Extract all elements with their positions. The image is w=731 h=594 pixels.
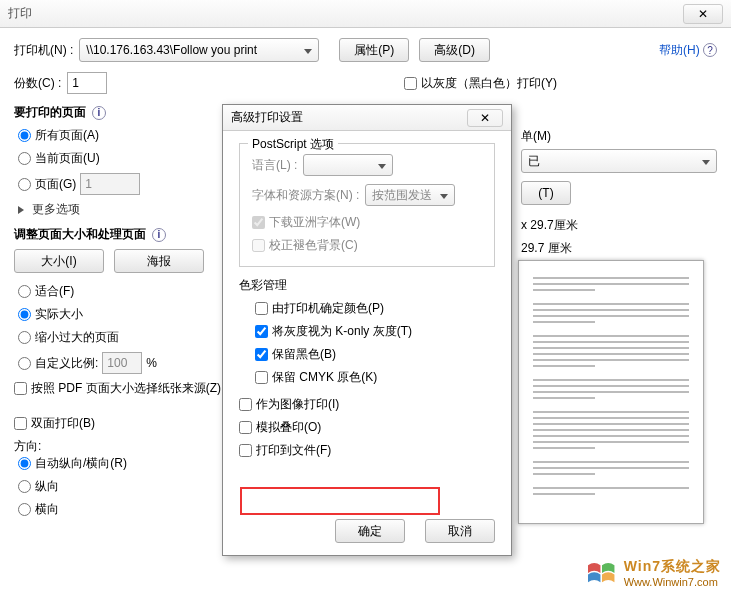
watermark-en: Www.Winwin7.com bbox=[624, 576, 721, 588]
language-combo bbox=[303, 154, 393, 176]
keep-black-checkbox[interactable]: 保留黑色(B) bbox=[255, 346, 495, 363]
shrink-oversize-radio[interactable] bbox=[18, 331, 31, 344]
help-link[interactable]: 帮助(H) ? bbox=[659, 42, 717, 59]
windows-logo-icon bbox=[586, 559, 618, 587]
grayscale-checkbox-input[interactable] bbox=[404, 77, 417, 90]
page-range-input bbox=[80, 173, 140, 195]
all-pages-radio[interactable] bbox=[18, 129, 31, 142]
font-scheme-combo: 按范围发送 bbox=[365, 184, 455, 206]
close-icon: ✕ bbox=[480, 111, 490, 125]
copies-label: 份数(C) : bbox=[14, 75, 61, 92]
portrait-radio[interactable] bbox=[18, 480, 31, 493]
info-icon[interactable]: i bbox=[152, 228, 166, 242]
by-printer-checkbox[interactable]: 由打印机确定颜色(P) bbox=[255, 300, 495, 317]
size-button[interactable]: 大小(I) bbox=[14, 249, 104, 273]
download-asian-checkbox: 下载亚洲字体(W) bbox=[252, 214, 482, 231]
grayscale-checkbox[interactable]: 以灰度（黑白色）打印(Y) bbox=[404, 75, 557, 92]
printer-combo[interactable]: \\10.176.163.43\Follow you print bbox=[79, 38, 319, 62]
close-icon: ✕ bbox=[698, 7, 708, 21]
reset-button[interactable]: (T) bbox=[521, 181, 571, 205]
paper-size-1: x 29.7厘米 bbox=[521, 217, 721, 234]
sheet-combo[interactable]: 已 bbox=[521, 149, 717, 173]
help-icon: ? bbox=[703, 43, 717, 57]
window-title-bar: 打印 ✕ bbox=[0, 0, 731, 28]
postscript-fieldset: PostScript 选项 语言(L) : 字体和资源方案(N) : 按范围发送… bbox=[239, 143, 495, 267]
sub-dialog-close-button[interactable]: ✕ bbox=[467, 109, 503, 127]
actual-size-radio[interactable] bbox=[18, 308, 31, 321]
poster-button[interactable]: 海报 bbox=[114, 249, 204, 273]
printer-value: \\10.176.163.43\Follow you print bbox=[86, 43, 257, 57]
cancel-button[interactable]: 取消 bbox=[425, 519, 495, 543]
right-fragment: 单(M) 已 (T) x 29.7厘米 29.7 厘米 bbox=[521, 128, 721, 257]
print-to-file-checkbox[interactable]: 打印到文件(F) bbox=[239, 442, 495, 459]
landscape-radio[interactable] bbox=[18, 503, 31, 516]
triangle-right-icon bbox=[18, 206, 24, 214]
paper-size-2: 29.7 厘米 bbox=[521, 240, 721, 257]
sub-dialog-title: 高级打印设置 bbox=[231, 109, 303, 126]
info-icon[interactable]: i bbox=[92, 106, 106, 120]
window-title: 打印 bbox=[8, 5, 32, 22]
chevron-down-icon bbox=[304, 43, 312, 57]
color-management-header: 色彩管理 bbox=[239, 277, 495, 294]
printer-label: 打印机(N) : bbox=[14, 42, 73, 59]
keep-cmyk-checkbox[interactable]: 保留 CMYK 原色(K) bbox=[255, 369, 495, 386]
chevron-down-icon bbox=[702, 154, 710, 168]
page-range-radio[interactable] bbox=[18, 178, 31, 191]
advanced-button[interactable]: 高级(D) bbox=[419, 38, 490, 62]
copies-input[interactable] bbox=[67, 72, 107, 94]
simulate-overprint-checkbox[interactable]: 模拟叠印(O) bbox=[239, 419, 495, 436]
custom-scale-input bbox=[102, 352, 142, 374]
current-page-radio[interactable] bbox=[18, 152, 31, 165]
highlight-annotation bbox=[240, 487, 440, 515]
custom-scale-radio[interactable] bbox=[18, 357, 31, 370]
watermark-cn: Win7系统之家 bbox=[624, 558, 721, 576]
page-preview bbox=[518, 260, 704, 524]
site-watermark: Win7系统之家 Www.Winwin7.com bbox=[586, 558, 721, 588]
postscript-legend: PostScript 选项 bbox=[248, 136, 338, 153]
print-as-image-checkbox[interactable]: 作为图像打印(I) bbox=[239, 396, 495, 413]
sub-dialog-title-bar: 高级打印设置 ✕ bbox=[223, 105, 511, 131]
ok-button[interactable]: 确定 bbox=[335, 519, 405, 543]
window-close-button[interactable]: ✕ bbox=[683, 4, 723, 24]
auto-orient-radio[interactable] bbox=[18, 457, 31, 470]
fit-radio[interactable] bbox=[18, 285, 31, 298]
gray-konly-checkbox[interactable]: 将灰度视为 K-only 灰度(T) bbox=[255, 323, 495, 340]
properties-button[interactable]: 属性(P) bbox=[339, 38, 409, 62]
correct-bg-checkbox: 校正褪色背景(C) bbox=[252, 237, 482, 254]
